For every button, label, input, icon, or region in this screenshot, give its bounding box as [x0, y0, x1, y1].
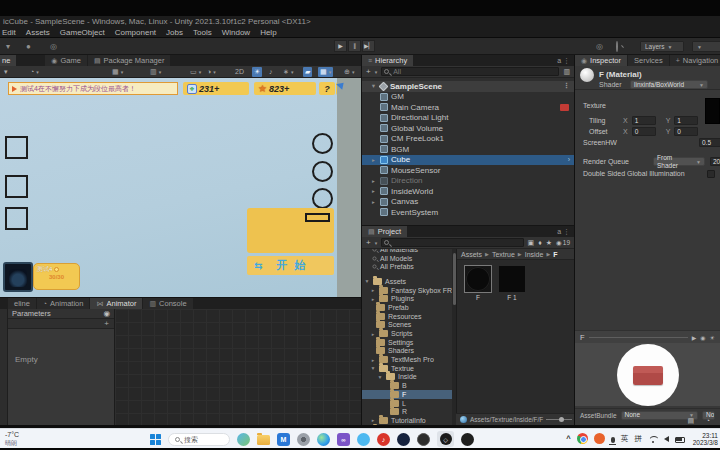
animator-graph[interactable] — [115, 309, 361, 425]
foldout-icon[interactable]: ▸ — [370, 417, 376, 423]
services-icon[interactable]: ◎ — [50, 41, 57, 52]
slot-circle-3[interactable] — [312, 188, 333, 209]
tab-game[interactable]: ◉ Game — [45, 55, 87, 66]
hierarchy-item-gm[interactable]: GM — [362, 92, 574, 103]
add-asset-button[interactable]: + — [366, 238, 371, 247]
tree-item-b[interactable]: B — [362, 381, 452, 390]
asset-thumbnail-f1[interactable] — [499, 266, 525, 292]
panel-menu-icon[interactable]: a ⋮ — [557, 226, 574, 237]
settings-gear-icon[interactable] — [297, 433, 310, 446]
preview-sphere-icon[interactable]: ◉ — [700, 334, 705, 341]
breadcrumb-inside[interactable]: Inside — [525, 251, 544, 258]
tree-item-scenes[interactable]: Scenes — [362, 321, 452, 330]
2d-toggle[interactable]: 2D — [233, 67, 246, 77]
offset-x-field[interactable]: 0 — [632, 127, 656, 136]
play-preview-icon[interactable]: ▶ — [692, 334, 697, 341]
menu-item-assets[interactable]: Assets — [26, 28, 50, 37]
star-counter[interactable]: ★ 823+ — [254, 82, 316, 95]
hierarchy-search-input[interactable] — [381, 67, 559, 76]
tab-services[interactable]: Services — [628, 55, 669, 66]
material-preview-bar[interactable]: F ▶ ◉ ☀ — [575, 330, 720, 343]
menu-item-edit[interactable]: Edit — [2, 28, 16, 37]
foldout-icon[interactable]: ▼ — [377, 374, 383, 380]
gem-counter[interactable]: ❖ 231+ — [183, 82, 249, 95]
tab-navigation[interactable]: + Navigation — [670, 55, 720, 66]
hierarchy-item-insideworld[interactable]: ▸ InsideWorld — [362, 186, 574, 197]
favorites-all-models[interactable]: All Models — [362, 254, 452, 263]
hierarchy-item-eventsystem[interactable]: EventSystem — [362, 207, 574, 218]
foldout-icon[interactable]: ▸ — [370, 287, 376, 293]
hierarchy-item-canvas[interactable]: ▸ Canvas — [362, 197, 574, 208]
tab-animator[interactable]: ⋈ Animator — [90, 298, 142, 309]
edge-browser-icon[interactable] — [317, 433, 330, 446]
add-object-button[interactable]: + — [366, 67, 371, 76]
grid-snap-icon[interactable]: ▦▾ — [110, 67, 125, 77]
hierarchy-item-mousesensor[interactable]: MouseSensor — [362, 165, 574, 176]
cloud-icon[interactable]: ● — [26, 41, 31, 52]
tree-item-textmesh-pro[interactable]: ▸ TextMesh Pro — [362, 355, 452, 364]
hierarchy-item-samplescene[interactable]: ▼ SampleScene ⋮ — [362, 81, 574, 92]
render-queue-dropdown[interactable]: From Shader ▼ — [653, 157, 705, 166]
foldout-icon[interactable]: ▸ — [370, 188, 377, 194]
foldout-icon[interactable]: ▸ — [370, 157, 377, 163]
tree-item-shaders[interactable]: Shaders — [362, 347, 452, 356]
tab-console[interactable]: ▥ Console — [143, 298, 192, 309]
weather-widget[interactable]: -7°C 晴朗 — [5, 431, 19, 447]
chrome-tray-icon[interactable] — [577, 433, 588, 444]
foldout-icon[interactable]: ▸ — [370, 296, 376, 302]
hierarchy-item-directional-light[interactable]: Directional Light — [362, 113, 574, 124]
netease-music-icon[interactable]: ♪ — [377, 433, 390, 446]
foldout-icon[interactable]: ▸ — [370, 357, 376, 363]
start-button[interactable]: 开始 — [276, 258, 312, 273]
menu-item-window[interactable]: Window — [222, 28, 250, 37]
search-by-type-icon[interactable]: ▣ — [528, 239, 535, 247]
gizmos-dropdown-icon[interactable]: ⊕▾ — [342, 67, 356, 77]
slot-square-3[interactable] — [5, 207, 28, 230]
slot-square-1[interactable] — [5, 136, 28, 159]
pivot-tool-icon[interactable]: ◔▾ — [28, 67, 41, 77]
mail-icon[interactable]: M — [277, 433, 290, 446]
tab-inspector[interactable]: ◉ Inspector — [575, 55, 627, 66]
play-button[interactable]: ▶ — [334, 40, 347, 52]
piece-slot[interactable] — [305, 213, 330, 222]
draw-mode-icon[interactable]: ◑▾ — [205, 67, 218, 77]
hierarchy-item-direction[interactable]: ▸ Direction — [362, 176, 574, 187]
foldout-icon[interactable]: ▼ — [370, 83, 377, 89]
render-queue-number[interactable]: 20 — [710, 157, 720, 166]
more-icon[interactable]: ⋮ — [563, 82, 570, 90]
foldout-icon[interactable]: ▼ — [370, 365, 376, 371]
foldout-icon[interactable]: ▸ — [370, 199, 377, 205]
app-dark-icon[interactable] — [461, 433, 474, 446]
tree-item-l[interactable]: L — [362, 399, 452, 408]
scene-picker-icon[interactable]: ▥ — [563, 68, 570, 76]
start-button[interactable] — [150, 434, 161, 445]
thumbnail-size-slider[interactable] — [546, 419, 572, 420]
slot-circle-2[interactable] — [312, 161, 333, 182]
battery-icon[interactable] — [675, 437, 685, 443]
tab-scene[interactable]: ne — [0, 55, 16, 66]
breadcrumb-assets[interactable]: Assets — [461, 251, 482, 258]
foldout-icon[interactable]: ▸ — [370, 331, 376, 337]
tab-hierarchy[interactable]: ≡ Hierarchy — [362, 55, 413, 66]
tree-item-r[interactable]: R — [362, 407, 452, 416]
preview-light-icon[interactable]: ☀ — [710, 334, 715, 341]
hierarchy-item-cube[interactable]: ▸ Cube › — [362, 155, 574, 166]
slider-knob[interactable] — [559, 417, 564, 422]
search-by-label-icon[interactable]: ♦ — [538, 239, 542, 246]
visual-studio-icon[interactable]: ∞ — [337, 433, 350, 446]
add-parameter-button[interactable]: + — [104, 319, 109, 328]
panel-menu-icon[interactable]: a ⋮ — [557, 55, 574, 66]
volume-icon[interactable] — [664, 436, 669, 442]
hierarchy-item-cm-freelook1[interactable]: CM FreeLook1 — [362, 134, 574, 145]
tree-item-assets[interactable]: ▼ Assets — [362, 277, 452, 286]
menu-item-help[interactable]: Help — [260, 28, 276, 37]
tree-item-inside[interactable]: ▼ Inside — [362, 373, 452, 382]
undo-history-icon[interactable]: ◎ — [596, 41, 603, 52]
menu-item-component[interactable]: Component — [115, 28, 156, 37]
foldout-icon[interactable]: ▸ — [370, 178, 377, 184]
dsgi-checkbox[interactable] — [707, 170, 715, 178]
taskbar-search[interactable]: 搜索 — [168, 433, 230, 446]
pause-button[interactable]: ∥ — [348, 40, 361, 52]
hierarchy-item-bgm[interactable]: BGM — [362, 144, 574, 155]
file-explorer-icon[interactable] — [257, 435, 270, 445]
